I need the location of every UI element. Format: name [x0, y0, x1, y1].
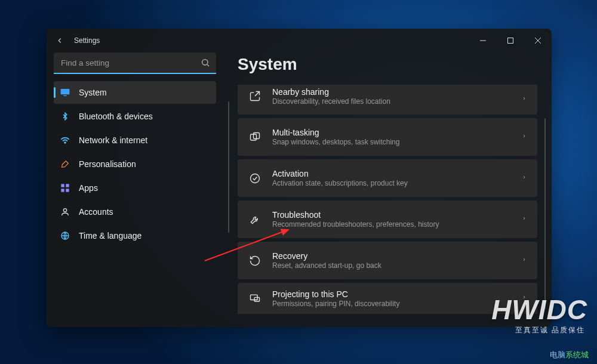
settings-window: Settings SystemBluetooth & devicesNetwor… [47, 29, 552, 327]
card-title: Troubleshoot [272, 210, 511, 220]
card-subtitle: Discoverability, received files location [272, 97, 511, 106]
chevron-right-icon [522, 255, 527, 266]
svg-rect-12 [66, 189, 69, 192]
sidebar-item-label: System [79, 88, 107, 97]
titlebar: Settings [47, 29, 552, 53]
back-arrow-icon [56, 36, 64, 45]
svg-line-5 [207, 64, 209, 66]
card-subtitle: Reset, advanced start-up, go back [272, 261, 511, 270]
sidebar-item-accounts[interactable]: Accounts [54, 200, 216, 223]
sidebar-item-network-internet[interactable]: Network & internet [54, 129, 216, 152]
svg-point-8 [64, 142, 66, 143]
account-icon [60, 206, 70, 217]
window-controls [469, 29, 552, 53]
chevron-right-icon [522, 94, 527, 105]
setting-card-troubleshoot[interactable]: TroubleshootRecommended troubleshooters,… [238, 200, 537, 238]
watermark-brand: HWIDC [491, 294, 587, 326]
card-subtitle: Permissions, pairing PIN, discoverabilit… [272, 300, 511, 308]
watermark-tagline: 至真至诚 品质保住 [515, 325, 585, 335]
sidebar-item-label: Personalisation [79, 159, 136, 169]
close-button[interactable] [524, 29, 552, 53]
sidebar-item-system[interactable]: System [54, 81, 216, 104]
minimize-icon [480, 38, 486, 44]
multitask-icon [248, 131, 261, 144]
card-title: Recovery [272, 251, 511, 261]
svg-point-17 [251, 174, 260, 183]
card-text: TroubleshootRecommended troubleshooters,… [272, 210, 511, 229]
card-subtitle: Snap windows, desktops, task switching [272, 138, 511, 146]
card-subtitle: Activation state, subscriptions, product… [272, 179, 511, 187]
sidebar: SystemBluetooth & devicesNetwork & inter… [47, 53, 223, 327]
card-text: Multi-taskingSnap windows, desktops, tas… [272, 128, 511, 146]
sidebar-scrollbar[interactable] [228, 101, 229, 233]
setting-card-nearby-sharing[interactable]: Nearby sharingDiscoverability, received … [238, 85, 537, 115]
brush-icon [60, 159, 70, 169]
display-icon [60, 87, 70, 98]
watermark-logo: 电脑系统城 [550, 350, 589, 360]
sidebar-item-label: Bluetooth & devices [79, 112, 153, 121]
chevron-right-icon [522, 173, 527, 184]
card-title: Multi-tasking [272, 128, 511, 137]
main-content: System Nearby sharingDiscoverability, re… [223, 53, 552, 327]
card-title: Projecting to this PC [272, 289, 511, 299]
sidebar-item-label: Accounts [79, 207, 113, 217]
svg-rect-19 [254, 297, 259, 301]
search-input[interactable] [54, 53, 216, 74]
sidebar-item-label: Time & language [79, 231, 141, 240]
page-title: System [238, 55, 542, 74]
svg-rect-7 [63, 95, 66, 96]
sidebar-item-label: Apps [79, 183, 98, 193]
card-text: RecoveryReset, advanced start-up, go bac… [272, 251, 511, 270]
search-icon [201, 58, 210, 70]
setting-card-multi-tasking[interactable]: Multi-taskingSnap windows, desktops, tas… [238, 118, 537, 156]
setting-card-recovery[interactable]: RecoveryReset, advanced start-up, go bac… [238, 242, 537, 279]
svg-point-4 [202, 60, 208, 65]
activation-icon [248, 172, 261, 185]
card-text: Nearby sharingDiscoverability, received … [272, 87, 511, 106]
maximize-button[interactable] [497, 29, 524, 53]
svg-rect-1 [508, 38, 513, 44]
app-title: Settings [74, 36, 100, 45]
card-text: Projecting to this PCPermissions, pairin… [272, 289, 511, 308]
minimize-button[interactable] [469, 29, 497, 53]
troubleshoot-icon [248, 213, 261, 226]
close-icon [535, 38, 541, 44]
maximize-icon [507, 38, 513, 44]
sidebar-item-personalisation[interactable]: Personalisation [54, 153, 216, 175]
apps-icon [60, 183, 70, 193]
svg-rect-9 [61, 184, 64, 187]
nav-list: SystemBluetooth & devicesNetwork & inter… [54, 81, 216, 247]
svg-rect-10 [66, 184, 69, 187]
project-icon [248, 292, 261, 305]
share-icon [248, 90, 261, 103]
sidebar-item-bluetooth-devices[interactable]: Bluetooth & devices [54, 105, 216, 128]
search-container [54, 53, 216, 74]
card-title: Activation [272, 169, 511, 178]
settings-list: Nearby sharingDiscoverability, received … [229, 85, 542, 314]
sidebar-item-label: Network & internet [79, 135, 147, 145]
bluetooth-icon [60, 111, 70, 122]
card-subtitle: Recommended troubleshooters, preferences… [272, 220, 511, 229]
back-button[interactable] [54, 35, 66, 47]
chevron-right-icon [522, 214, 527, 225]
card-text: ActivationActivation state, subscription… [272, 169, 511, 187]
svg-rect-6 [61, 89, 70, 94]
wifi-icon [60, 135, 70, 146]
setting-card-activation[interactable]: ActivationActivation state, subscription… [238, 159, 537, 197]
scrollbar[interactable] [544, 118, 546, 309]
globe-icon [60, 230, 70, 241]
svg-rect-11 [61, 189, 64, 192]
svg-point-13 [63, 209, 66, 212]
sidebar-item-time-language[interactable]: Time & language [54, 224, 216, 247]
sidebar-item-apps[interactable]: Apps [54, 177, 216, 199]
recovery-icon [248, 254, 261, 267]
card-title: Nearby sharing [272, 87, 511, 97]
chevron-right-icon [522, 132, 527, 143]
